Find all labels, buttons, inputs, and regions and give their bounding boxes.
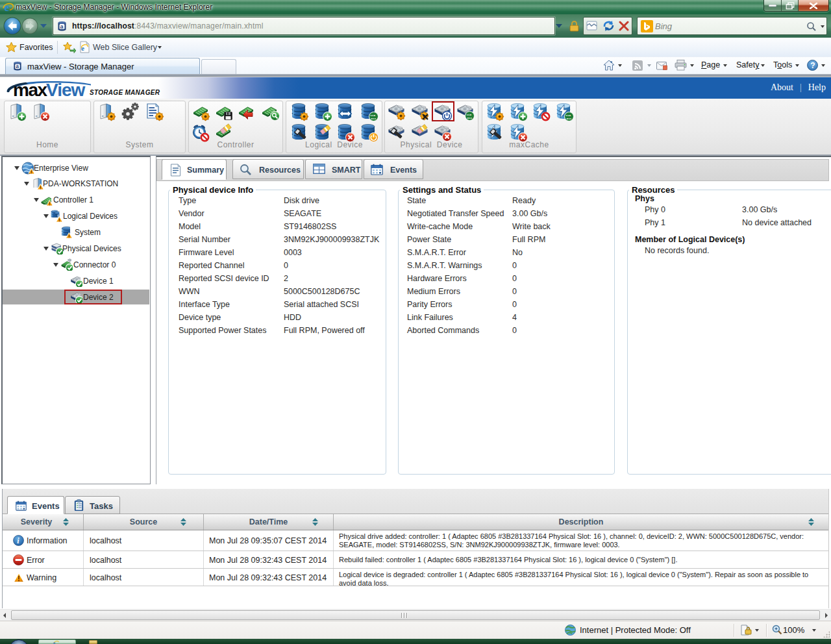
svg-text:max: max <box>13 80 47 100</box>
svg-text:View: View <box>46 80 86 100</box>
svg-text:a: a <box>16 63 19 69</box>
svg-text:?: ? <box>810 61 815 70</box>
